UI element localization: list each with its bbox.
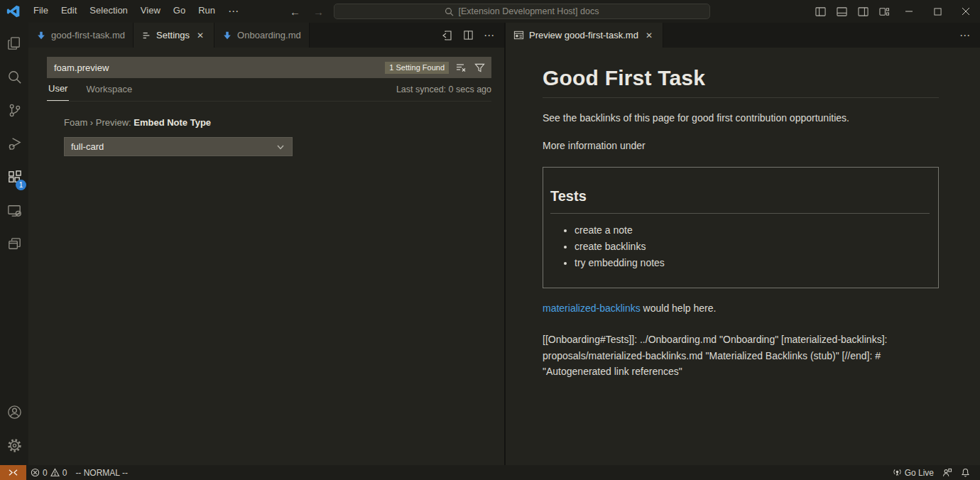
embed-note-type-select[interactable]: full-card: [64, 137, 293, 156]
remote-indicator[interactable]: [0, 465, 26, 480]
setting-item-embed-note-type: Foam › Preview: Embed Note Type full-car…: [64, 117, 504, 156]
window-title: [Extension Development Host] docs: [458, 6, 599, 16]
customize-layout-icon[interactable]: [873, 0, 895, 23]
tab-label: Preview good-first-task.md: [529, 30, 638, 40]
tab-label: Settings: [156, 30, 190, 40]
toggle-secondary-sidebar-icon[interactable]: [852, 0, 873, 23]
activity-bar: 1: [0, 23, 28, 465]
preview-paragraph: See the backlinks of this page for good …: [543, 110, 939, 126]
editor-actions-left: ⋯: [433, 23, 504, 48]
tab-label: good-first-task.md: [51, 30, 125, 40]
link-references-text: [[Onboarding#Tests]]: ../Onboarding.md "…: [543, 332, 939, 380]
maximize-button[interactable]: [923, 0, 952, 23]
open-settings-json-icon[interactable]: [442, 30, 453, 41]
markdown-file-icon: [36, 31, 46, 40]
tab-settings[interactable]: Settings ✕: [134, 23, 214, 48]
titlebar-controls: [810, 0, 980, 23]
command-center: ← → [Extension Development Host] docs: [287, 0, 710, 23]
scope-tab-workspace[interactable]: Workspace: [85, 84, 134, 101]
menu-run[interactable]: Run: [192, 2, 222, 21]
markdown-file-icon: [222, 31, 232, 40]
setting-category: Foam › Preview:: [64, 117, 134, 128]
tab-good-first-task[interactable]: good-first-task.md: [28, 23, 134, 48]
list-item: create a note: [575, 224, 931, 236]
markdown-preview-pane: Good First Task See the backlinks of thi…: [506, 48, 980, 465]
editor-group-right: Preview good-first-task.md ✕ ⋯ Good Firs…: [506, 23, 980, 465]
history-back-icon[interactable]: ←: [287, 6, 303, 18]
errors-icon: [31, 468, 40, 477]
select-value: full-card: [71, 141, 104, 152]
broadcast-icon: [893, 468, 902, 477]
preview-paragraph: materialized-backlinks would help here.: [543, 300, 939, 316]
remote-icon: [9, 469, 18, 476]
more-actions-icon[interactable]: ⋯: [959, 29, 971, 42]
markdown-preview-icon: [513, 30, 524, 40]
go-live-button[interactable]: Go Live: [888, 465, 938, 480]
warnings-icon: [50, 468, 60, 477]
menu-go[interactable]: Go: [167, 2, 192, 21]
status-bar: 0 0 -- NORMAL -- Go Live: [0, 465, 980, 480]
toggle-panel-icon[interactable]: [831, 0, 852, 23]
remote-explorer-icon[interactable]: [0, 194, 28, 227]
list-item: create backlinks: [575, 241, 931, 253]
settings-gear-icon[interactable]: [0, 429, 28, 462]
explorer-icon[interactable]: [0, 27, 28, 60]
menu-view[interactable]: View: [134, 2, 167, 21]
scope-tab-user[interactable]: User: [47, 83, 69, 101]
split-editor-icon[interactable]: [463, 30, 474, 40]
settings-search-value: foam.preview: [54, 62, 380, 73]
search-icon: [445, 7, 454, 16]
embed-list: create a note create backlinks try embed…: [550, 224, 931, 269]
tab-preview-good-first-task[interactable]: Preview good-first-task.md ✕: [506, 23, 663, 48]
menu-selection[interactable]: Selection: [83, 2, 134, 21]
close-tab-icon[interactable]: ✕: [643, 30, 655, 41]
settings-editor: foam.preview 1 Setting Found User Worksp…: [28, 48, 504, 465]
last-synced-label: Last synced: 0 secs ago: [396, 84, 491, 101]
close-window-button[interactable]: [952, 0, 980, 23]
tab-bar-left: good-first-task.md Settings ✕ Onboarding…: [28, 23, 504, 48]
extensions-badge: 1: [16, 180, 26, 190]
windows-panel-icon[interactable]: [0, 227, 28, 261]
embedded-note-card: Tests create a note create backlinks try…: [543, 167, 939, 288]
tab-onboarding[interactable]: Onboarding.md: [214, 23, 310, 48]
minimize-button[interactable]: [895, 0, 923, 23]
problems-status[interactable]: 0 0: [26, 465, 71, 480]
settings-search-input[interactable]: foam.preview 1 Setting Found: [47, 57, 491, 78]
search-view-icon[interactable]: [0, 60, 28, 94]
settings-scope-tabs: User Workspace Last synced: 0 secs ago: [47, 78, 491, 102]
chevron-down-icon: [276, 142, 285, 152]
settings-editor-icon: [141, 31, 151, 40]
settings-results-badge: 1 Setting Found: [385, 62, 449, 74]
menu-file[interactable]: File: [27, 2, 55, 21]
list-item: try embedding notes: [575, 257, 931, 269]
preview-title: Good First Task: [543, 66, 939, 98]
source-control-icon[interactable]: [0, 94, 28, 127]
filter-funnel-icon[interactable]: [473, 62, 486, 73]
more-actions-icon[interactable]: ⋯: [484, 29, 496, 42]
toggle-sidebar-icon[interactable]: [810, 0, 831, 23]
notifications-bell-icon[interactable]: [957, 465, 974, 480]
close-tab-icon[interactable]: ✕: [195, 30, 206, 41]
setting-name: Embed Note Type: [134, 117, 211, 128]
menu-bar: File Edit Selection View Go Run ⋯: [27, 2, 246, 21]
title-bar: File Edit Selection View Go Run ⋯ ← → [E…: [0, 0, 980, 23]
run-debug-icon[interactable]: [0, 127, 28, 160]
menu-edit[interactable]: Edit: [55, 2, 83, 21]
editor-group-left: good-first-task.md Settings ✕ Onboarding…: [28, 23, 506, 465]
vscode-window: File Edit Selection View Go Run ⋯ ← → [E…: [0, 0, 980, 480]
extensions-icon[interactable]: 1: [0, 160, 28, 194]
menu-more-icon[interactable]: ⋯: [222, 2, 246, 21]
vscode-logo-icon: [0, 4, 27, 18]
embed-heading: Tests: [550, 188, 930, 214]
clear-filters-icon[interactable]: [454, 62, 468, 73]
command-center-search[interactable]: [Extension Development Host] docs: [334, 4, 710, 19]
tab-label: Onboarding.md: [237, 30, 301, 40]
history-forward-icon[interactable]: →: [310, 6, 327, 18]
materialized-backlinks-link[interactable]: materialized-backlinks: [543, 302, 641, 314]
feedback-share-icon[interactable]: [938, 465, 957, 480]
account-icon[interactable]: [0, 396, 28, 429]
editor-actions-right: ⋯: [951, 23, 980, 48]
error-count: 0: [43, 468, 48, 478]
warning-count: 0: [62, 468, 67, 478]
vim-mode-indicator[interactable]: -- NORMAL --: [71, 465, 132, 480]
